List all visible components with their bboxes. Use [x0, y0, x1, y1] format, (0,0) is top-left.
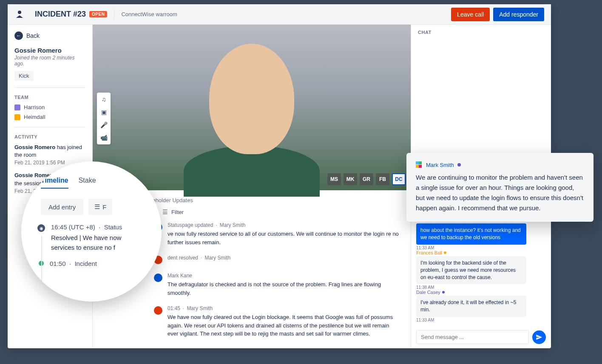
participant-tile[interactable]: DC — [392, 173, 406, 185]
team-color-swatch — [14, 114, 20, 120]
activity-item: Gossie Romero has joined the roomFeb 21,… — [14, 144, 85, 166]
timeline-magnifier: Timeline Stake Add entry ☰ F ◉ 16:45 (UT… — [21, 161, 162, 302]
timeline-entry: Statuspage updated·Mary Smith ve now ful… — [154, 222, 400, 246]
entry-body: ve now fully restored service to all of … — [168, 230, 400, 246]
team-name: Harrison — [24, 104, 45, 110]
chat-bubble: I've already done it, it will be effecte… — [416, 296, 526, 317]
chat-bubble: I'm looking for the backend side of the … — [416, 256, 526, 284]
add-entry-button[interactable]: Add entry — [41, 199, 83, 215]
add-responder-button[interactable]: Add responder — [493, 8, 544, 21]
timeline-tabs: Timeline Stake — [41, 177, 149, 189]
status-dot-icon — [457, 163, 461, 166]
chat-message: how about the instance? it's not working… — [416, 223, 526, 250]
chat-time: 11:33 AM — [416, 318, 526, 322]
filter-button[interactable]: ☰ Filter — [162, 209, 400, 215]
filter-icon: ☰ — [94, 203, 100, 211]
filter-button[interactable]: ☰ F — [88, 199, 112, 215]
music-icon[interactable]: ♫ — [99, 95, 108, 104]
person-joined-text: Joined the room 2 minutes ago. — [14, 55, 85, 67]
chat-message: Frances Ball I'm looking for the backend… — [416, 250, 526, 290]
svg-point-0 — [18, 11, 21, 14]
room-name: ConnectWise warroom — [121, 11, 177, 17]
chat-time: 11:38 AM — [416, 285, 526, 290]
arrow-left-icon: ← — [14, 31, 23, 40]
timeline-entry: Mark Kane The defragulator is checked an… — [154, 273, 400, 297]
divider — [14, 127, 85, 127]
stakeholder-updates-text: keholder Updates — [150, 197, 400, 203]
divider — [14, 87, 85, 88]
camera-off-icon[interactable]: 📹 — [99, 133, 108, 142]
filter-label: F — [102, 203, 106, 211]
timeline-entry: 01:50 · Incident — [37, 260, 149, 270]
slack-icon — [416, 161, 423, 168]
activity-text: Gossie Romero has joined the room — [14, 144, 85, 159]
chat-time: 11:33 AM — [416, 245, 526, 250]
filter-label: Filter — [171, 209, 184, 215]
person-name: Gossie Romero — [14, 47, 85, 54]
entry-body: Resolved | We have now — [51, 233, 149, 243]
status-dot-icon — [442, 291, 445, 293]
incident-title: INCIDENT #23 — [35, 10, 86, 19]
entry-label: Incident — [74, 260, 97, 267]
chat-author: Dale Casey — [416, 290, 526, 295]
entry-meta: 01:45·Mary Smith — [168, 305, 400, 311]
team-item[interactable]: Harrison — [14, 104, 85, 110]
back-label: Back — [26, 32, 40, 39]
back-button[interactable]: ← Back — [14, 31, 85, 40]
app-logo-icon — [14, 9, 25, 20]
entry-meta: Mark Kane — [168, 273, 400, 279]
chat-message-author: Mark Smith — [416, 161, 584, 168]
participants-list: MSMKGRFBDC — [327, 173, 406, 185]
entry-body: The defragulator is checked and is not t… — [168, 280, 400, 297]
participant-tile[interactable]: GR — [360, 173, 373, 185]
team-label: TEAM — [14, 95, 85, 100]
chat-header: CHAT — [411, 25, 551, 40]
entry-meta: dent resolved·Mary Smith — [168, 255, 400, 261]
timeline-entry: ◉ 16:45 (UTC +8) · Status Resolved | We … — [37, 223, 149, 252]
filter-icon: ☰ — [162, 209, 168, 215]
entry-body2: services to ensure no f — [51, 243, 149, 253]
status-dot-icon — [444, 251, 446, 254]
team-item[interactable]: Heimdall — [14, 114, 85, 120]
entry-meta: Statuspage updated·Mary Smith — [168, 222, 400, 228]
leave-call-button[interactable]: Leave call — [451, 8, 490, 21]
avatar — [154, 274, 162, 282]
timeline-entry: 01:45·Mary Smith We have now fully clear… — [154, 305, 400, 338]
entry-time: 01:50 — [50, 260, 66, 267]
team-color-swatch — [14, 104, 20, 110]
entry-label: Status — [104, 223, 122, 231]
kick-button[interactable]: Kick — [14, 71, 34, 81]
chat-input[interactable] — [416, 330, 529, 344]
video-area: ♫ ▣ 🎤 📹 MSMKGRFBDC — [93, 25, 411, 190]
chat-author-name: Mark Smith — [426, 162, 454, 168]
activity-label: ACTIVITY — [14, 134, 85, 139]
header-actions: Leave call Add responder — [451, 8, 544, 21]
video-feed — [188, 35, 315, 180]
participant-tile[interactable]: MK — [344, 173, 357, 185]
chat-author: Frances Ball — [416, 250, 526, 255]
header-divider — [114, 9, 114, 20]
chat-message-overlay: Mark Smith We are continuing to monitor … — [406, 153, 593, 222]
chat-message-body: We are continuing to monitor the problem… — [416, 172, 584, 213]
tab-timeline[interactable]: Timeline — [41, 177, 68, 189]
avatar — [154, 306, 162, 315]
timeline-entry: dent resolved·Mary Smith — [154, 255, 400, 264]
statuspage-icon: ◉ — [37, 224, 45, 232]
mic-off-icon[interactable]: 🎤 — [99, 121, 108, 129]
screen-share-icon[interactable]: ▣ — [99, 108, 108, 116]
header: INCIDENT #23 OPEN ConnectWise warroom Le… — [8, 4, 551, 25]
participant-tile[interactable]: MS — [327, 173, 341, 185]
send-button[interactable] — [532, 330, 546, 344]
send-icon — [536, 334, 542, 341]
status-badge: OPEN — [89, 11, 107, 17]
entry-body: We have now fully cleared out the Login … — [168, 313, 400, 338]
chat-bubble: how about the instance? it's not working… — [416, 223, 526, 245]
tab-stakeholder[interactable]: Stake — [79, 177, 96, 189]
chat-message: Dale Casey I've already done it, it will… — [416, 290, 526, 322]
chat-input-row — [411, 326, 551, 348]
participant-tile[interactable]: FB — [376, 173, 389, 185]
video-controls: ♫ ▣ 🎤 📹 — [97, 93, 111, 144]
team-name: Heimdall — [24, 114, 45, 120]
entry-time: 16:45 (UTC +8) — [51, 223, 95, 231]
